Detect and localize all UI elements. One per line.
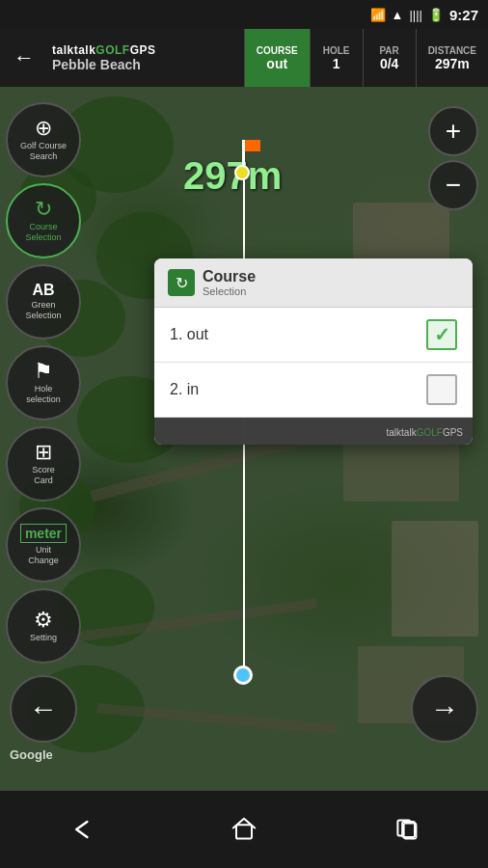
nav-left-button[interactable]: ← — [10, 675, 77, 743]
popup-title-block: Course Selection — [203, 268, 256, 297]
unit-change-label: UnitChange — [28, 545, 59, 566]
course-row-1[interactable]: 1. out — [154, 308, 473, 363]
popup-title: Course — [203, 268, 256, 285]
course-selection-label: CourseSelection — [25, 222, 61, 243]
setting-icon: ⚙ — [34, 610, 53, 631]
home-nav-button[interactable] — [215, 810, 273, 849]
popup-icon: ↻ — [168, 269, 195, 296]
course-selection-button[interactable]: ↻ CourseSelection — [6, 183, 81, 258]
battery-icon: 🔋 — [428, 8, 444, 22]
back-nav-icon — [66, 814, 96, 845]
tab-par-label: PAR — [379, 45, 398, 56]
recent-nav-icon — [392, 814, 422, 845]
course-checkbox-1[interactable] — [426, 319, 457, 350]
popup-subtitle: Selection — [203, 285, 256, 297]
flag-pennant — [245, 140, 260, 151]
tab-course-label: COURSE — [257, 45, 298, 56]
tab-distance-value: 297m — [435, 56, 470, 71]
green-selection-button[interactable]: AB GreenSelection — [6, 264, 81, 339]
ball-marker — [233, 665, 253, 685]
app-title: talktalkGOLFGPS Pebble Beach — [48, 43, 244, 72]
flag-marker — [234, 140, 250, 180]
hole-selection-label: Holeselection — [26, 384, 61, 405]
tab-hole-value: 1 — [333, 56, 340, 71]
header: ← talktalkGOLFGPS Pebble Beach COURSE ou… — [0, 29, 488, 87]
zoom-controls: + − — [428, 106, 478, 210]
green-selection-icon: AB — [32, 283, 54, 298]
score-card-icon: ⊞ — [35, 442, 52, 463]
back-button[interactable]: ← — [0, 29, 48, 87]
brand-prefix: talktalk — [52, 43, 95, 57]
popup-footer: talktalkGOLFGPS — [154, 418, 473, 445]
course-row-1-label: 1. out — [170, 326, 426, 343]
course-selection-popup: ↻ Course Selection 1. out 2. in talktalk… — [154, 258, 473, 445]
tab-course-value: out — [266, 56, 287, 71]
tab-hole-label: HOLE — [323, 45, 350, 56]
nav-right-button[interactable]: → — [411, 675, 478, 743]
zoom-in-button[interactable]: + — [428, 106, 478, 156]
tab-hole[interactable]: HOLE 1 — [310, 29, 363, 87]
location-name: Pebble Beach — [52, 57, 244, 72]
tab-par-value: 0/4 — [380, 56, 398, 71]
course-row-2-label: 2. in — [170, 381, 426, 398]
golf-course-search-icon: ⊕ — [35, 118, 52, 139]
nav-left-icon: ← — [29, 692, 58, 725]
zoom-in-icon: + — [446, 116, 461, 147]
course-row-2[interactable]: 2. in — [154, 363, 473, 418]
bottom-bar — [0, 791, 488, 868]
brand-gps: GPS — [130, 43, 156, 57]
hole-selection-icon: ⚑ — [34, 361, 53, 382]
brand-name: talktalkGOLFGPS — [52, 43, 244, 57]
svg-rect-0 — [236, 825, 252, 838]
flag-circle — [234, 165, 250, 180]
brand-golf: GOLF — [95, 43, 129, 57]
setting-label: Setting — [30, 633, 57, 643]
golf-course-search-button[interactable]: ⊕ Golf CourseSearch — [6, 102, 81, 177]
tab-course[interactable]: COURSE out — [244, 29, 310, 87]
score-card-label: ScoreCard — [32, 465, 55, 486]
distance-display: 297m — [183, 154, 282, 198]
setting-button[interactable]: ⚙ Setting — [6, 588, 81, 664]
wifi-icon: ▲ — [392, 8, 404, 22]
recent-nav-button[interactable] — [378, 810, 436, 849]
hole-selection-button[interactable]: ⚑ Holeselection — [6, 345, 81, 420]
zoom-out-button[interactable]: − — [428, 160, 478, 210]
header-tabs: COURSE out HOLE 1 PAR 0/4 DISTANCE 297m — [244, 29, 488, 87]
back-icon: ← — [14, 45, 35, 70]
popup-header: ↻ Course Selection — [154, 258, 473, 308]
zoom-out-icon: − — [446, 170, 461, 201]
google-watermark: Google — [10, 747, 53, 762]
popup-brand: talktalkGOLFGPS — [387, 427, 463, 438]
golf-course-search-label: Golf CourseSearch — [20, 141, 67, 162]
back-nav-button[interactable] — [52, 810, 110, 849]
nav-right-icon: → — [430, 692, 459, 725]
sim-icon: 📶 — [370, 8, 386, 22]
tab-distance[interactable]: DISTANCE 297m — [416, 29, 488, 87]
unit-change-icon: meter — [20, 524, 67, 543]
tab-par[interactable]: PAR 0/4 — [363, 29, 416, 87]
course-selection-icon: ↻ — [35, 199, 52, 220]
status-bar: 📶 ▲ |||| 🔋 9:27 — [0, 0, 488, 29]
score-card-button[interactable]: ⊞ ScoreCard — [6, 426, 81, 502]
home-nav-icon — [229, 814, 259, 845]
green-selection-label: GreenSelection — [25, 300, 61, 321]
course-checkbox-2[interactable] — [426, 374, 457, 405]
left-sidebar: ⊕ Golf CourseSearch ↻ CourseSelection AB… — [0, 96, 87, 669]
status-time: 9:27 — [449, 7, 478, 23]
signal-bars-icon: |||| — [409, 8, 422, 22]
unit-change-button[interactable]: meter UnitChange — [6, 507, 81, 583]
tab-distance-label: DISTANCE — [428, 45, 476, 56]
